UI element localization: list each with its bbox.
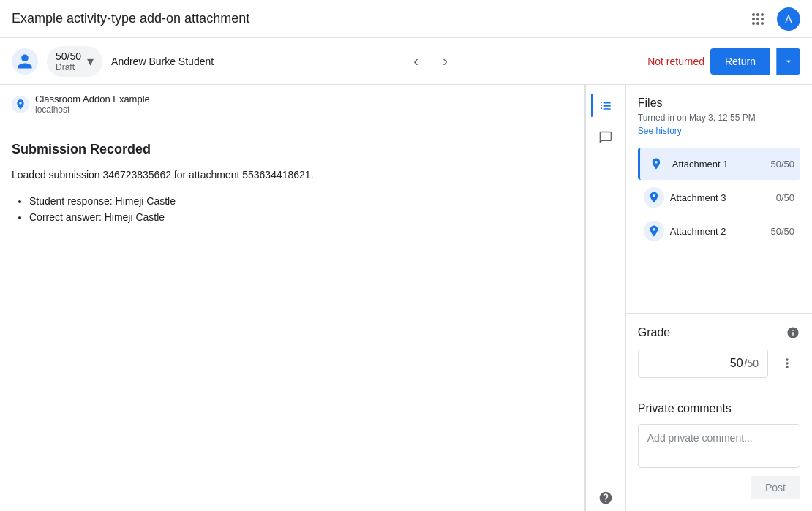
top-bar: Example activity-type add-on attachment … <box>0 0 812 38</box>
grade-section: Grade 50 /50 <box>626 313 812 390</box>
attachment-list: Attachment 1 50/50 Attachment 3 0/50 <box>638 148 800 247</box>
icon-sidebar <box>586 85 626 511</box>
student-grade-display: 50/50 <box>56 50 81 62</box>
submission-title: Submission Recorded <box>12 142 573 157</box>
attachment-left-3: Attachment 3 <box>644 187 726 208</box>
list-item: Student response: Himeji Castle <box>29 195 573 207</box>
comment-actions: Post <box>638 476 800 499</box>
files-panel: Files Turned in on May 3, 12:55 PM See h… <box>626 85 812 313</box>
avatar[interactable]: A <box>777 7 800 31</box>
breadcrumb-text: Classroom Addon Example localhost <box>35 94 150 115</box>
right-sidebar: Files Turned in on May 3, 12:55 PM See h… <box>626 85 812 511</box>
post-button[interactable]: Post <box>751 476 800 499</box>
dropdown-arrow-icon: ▾ <box>87 53 94 69</box>
apps-icon-button[interactable] <box>745 6 771 32</box>
student-name-section: Andrew Burke Student <box>111 56 214 67</box>
attachment-left-2: Attachment 2 <box>644 221 726 241</box>
student-bar: 50/50 Draft ▾ Andrew Burke Student ‹ › N… <box>0 38 812 85</box>
submission-content: Submission Recorded Loaded submission 34… <box>0 124 584 259</box>
attachment-item-3[interactable]: Attachment 3 0/50 <box>638 181 800 213</box>
top-bar-actions: A <box>745 6 800 32</box>
next-student-button[interactable]: › <box>432 48 459 75</box>
grade-input-box[interactable]: 50 /50 <box>638 349 768 378</box>
student-avatar <box>12 48 38 75</box>
attachment-left: Attachment 1 <box>646 154 729 174</box>
help-button[interactable] <box>593 485 619 511</box>
main-layout: Classroom Addon Example localhost Submis… <box>0 85 812 511</box>
attachment-name-1: Attachment 1 <box>672 159 729 170</box>
app-title: Example activity-type add-on attachment <box>12 11 249 26</box>
prev-student-button[interactable]: ‹ <box>403 48 429 75</box>
breadcrumb: Classroom Addon Example localhost <box>0 85 584 124</box>
breadcrumb-sub: localhost <box>35 105 150 115</box>
comment-input[interactable] <box>638 424 800 468</box>
attachment-score-1: 50/50 <box>770 159 794 170</box>
return-dropdown-button[interactable] <box>776 48 800 75</box>
list-item: Correct answer: Himeji Castle <box>29 211 573 223</box>
breadcrumb-icon <box>12 96 29 113</box>
grade-value: 50 <box>730 357 743 370</box>
info-icon[interactable] <box>786 325 800 340</box>
sidebar-and-panel: Files Turned in on May 3, 12:55 PM See h… <box>585 85 812 511</box>
divider <box>12 241 573 241</box>
student-selector[interactable]: 50/50 Draft ▾ <box>47 46 102 77</box>
attachment-icon-3 <box>644 187 664 208</box>
grade-title: Grade <box>638 326 670 339</box>
attachment-item-2[interactable]: Attachment 2 50/50 <box>638 215 800 247</box>
content-area: Classroom Addon Example localhost Submis… <box>0 85 585 511</box>
grade-header: Grade <box>638 325 800 340</box>
attachment-name-2: Attachment 2 <box>670 226 726 237</box>
not-returned-label: Not returned <box>647 56 704 67</box>
attachment-item-1[interactable]: Attachment 1 50/50 <box>638 148 800 180</box>
private-comments-section: Private comments Post <box>626 390 812 511</box>
private-comments-title: Private comments <box>638 402 800 415</box>
sidebar-comments-button[interactable] <box>591 123 620 152</box>
sidebar-files-button[interactable] <box>591 91 620 120</box>
return-button[interactable]: Return <box>710 48 770 75</box>
attachment-icon-2 <box>644 221 664 241</box>
grade-total: /50 <box>745 357 759 369</box>
more-vert-button[interactable] <box>774 350 800 376</box>
student-draft-label: Draft <box>56 62 81 72</box>
right-actions: Not returned Return <box>647 48 800 75</box>
see-history-link[interactable]: See history <box>638 126 682 136</box>
nav-arrows: ‹ › <box>403 48 459 75</box>
submission-detail: Loaded submission 346723835662 for attac… <box>12 169 573 181</box>
turned-in-text: Turned in on May 3, 12:55 PM <box>638 113 800 123</box>
attachment-score-2: 50/50 <box>770 226 794 237</box>
grade-input-row: 50 /50 <box>638 349 800 378</box>
attachment-name-3: Attachment 3 <box>670 192 726 203</box>
breadcrumb-main: Classroom Addon Example <box>35 94 150 105</box>
files-section-title: Files <box>638 96 800 110</box>
submission-list: Student response: Himeji Castle Correct … <box>12 195 573 223</box>
attachment-icon-1 <box>646 154 666 174</box>
attachment-score-3: 0/50 <box>776 192 794 203</box>
active-indicator <box>591 94 593 117</box>
student-name: Andrew Burke Student <box>111 56 214 67</box>
